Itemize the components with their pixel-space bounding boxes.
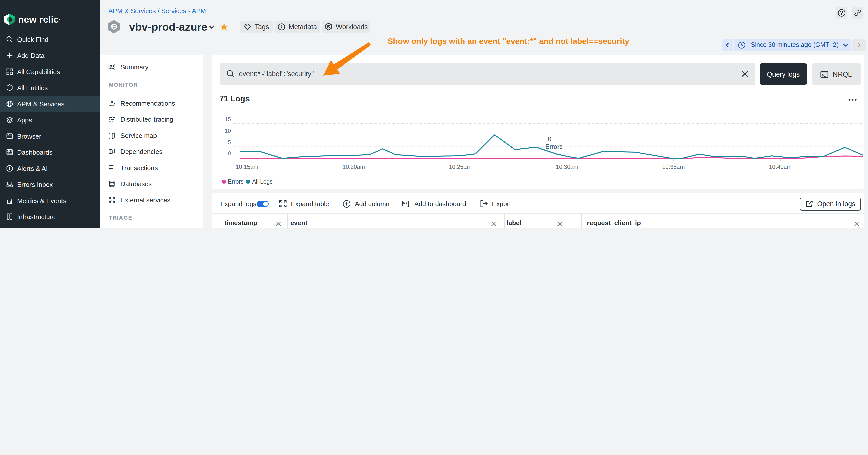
- svg-text:All Logs: All Logs: [252, 178, 273, 185]
- svg-text:10:20am: 10:20am: [342, 163, 365, 170]
- svg-text:Errors: Errors: [228, 178, 244, 185]
- svg-text:10:40am: 10:40am: [769, 163, 792, 170]
- svg-text:5: 5: [228, 139, 231, 145]
- svg-text:Errors: Errors: [546, 143, 562, 150]
- svg-text:15: 15: [225, 116, 231, 123]
- svg-text:10:30am: 10:30am: [556, 163, 579, 170]
- svg-text:10: 10: [225, 128, 231, 134]
- svg-text:10:15am: 10:15am: [236, 163, 258, 170]
- svg-text:10:35am: 10:35am: [662, 163, 685, 170]
- svg-text:0: 0: [228, 150, 231, 157]
- svg-text:10:25am: 10:25am: [449, 163, 471, 170]
- svg-text:0: 0: [548, 135, 552, 142]
